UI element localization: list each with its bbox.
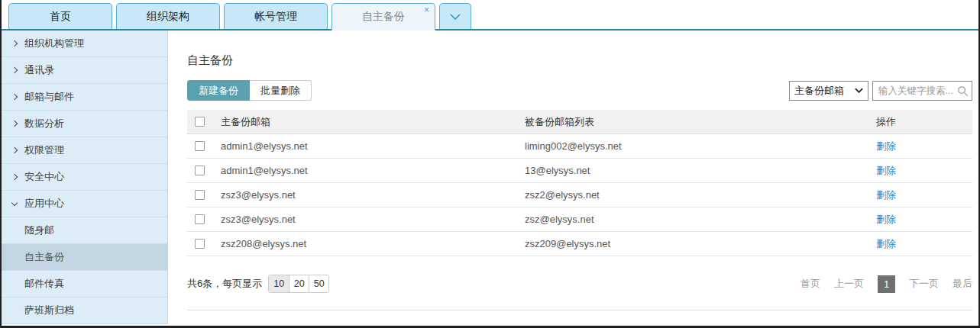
search-field-select-value: 主备份邮箱: [794, 84, 844, 98]
pagination: 共6条，每页显示 10 20 50 首页 上一页 1 下一页 最后: [187, 275, 972, 293]
prev-page-link[interactable]: 上一页: [834, 277, 864, 291]
search-field-select[interactable]: 主备份邮箱: [789, 81, 868, 101]
sidebar-item-org-management[interactable]: 组织机构管理: [2, 31, 167, 57]
primary-mailbox-cell: zsz3@elysys.net: [219, 214, 525, 225]
delete-link[interactable]: 删除: [876, 165, 896, 176]
sidebar-item-mail-fax[interactable]: 邮件传真: [2, 271, 167, 297]
toolbar: 新建备份 批量删除 主备份邮箱: [187, 80, 972, 101]
sidebar-item-mobile-mail[interactable]: 随身邮: [2, 217, 167, 244]
sidebar-item-label: 萨班斯归档: [24, 304, 74, 317]
sidebar-item-app-center[interactable]: 应用中心: [2, 191, 167, 217]
sidebar-item-label: 随身邮: [24, 223, 54, 237]
row-checkbox[interactable]: [195, 214, 205, 224]
batch-delete-button[interactable]: 批量删除: [250, 80, 312, 101]
row-checkbox[interactable]: [195, 190, 205, 200]
page-size-area: 共6条，每页显示 10 20 50: [187, 275, 329, 293]
primary-mailbox-cell: admin1@elysys.net: [219, 165, 525, 176]
sidebar-item-self-backup[interactable]: 自主备份: [2, 244, 167, 271]
sidebar-item-label: 应用中心: [24, 197, 64, 211]
table-header-row: 主备份邮箱 被备份邮箱列表 操作: [187, 110, 972, 134]
sidebar-item-label: 安全中心: [24, 170, 64, 184]
table-row: admin1@elysys.net 13@elysys.net 删除: [187, 159, 972, 183]
sidebar-item-data-analysis[interactable]: 数据分析: [2, 111, 167, 137]
sidebar-item-sox-archive[interactable]: 萨班斯归档: [2, 297, 167, 324]
tab-account-management[interactable]: 帐号管理: [224, 3, 328, 29]
sidebar-item-label: 数据分析: [24, 117, 64, 130]
page-title: 自主备份: [187, 53, 972, 68]
header-backed-mailbox-list: 被备份邮箱列表: [525, 115, 876, 129]
delete-link[interactable]: 删除: [876, 189, 896, 201]
backed-mailbox-cell: zsz2@elysys.net: [525, 189, 876, 201]
tab-org-structure[interactable]: 组织架构: [116, 3, 220, 29]
page-size-50[interactable]: 50: [309, 275, 328, 292]
top-tab-bar: 首页 组织架构 帐号管理 自主备份 ×: [2, 0, 978, 31]
record-count-summary: 共6条，每页显示: [187, 277, 262, 291]
filter-controls: 主备份邮箱: [789, 81, 972, 101]
chevron-down-icon: [855, 88, 863, 93]
tab-self-backup[interactable]: 自主备份 ×: [332, 3, 435, 31]
sidebar-item-permissions[interactable]: 权限管理: [2, 137, 167, 164]
delete-link[interactable]: 删除: [876, 214, 896, 225]
backed-mailbox-cell: zsz@elysys.net: [525, 214, 876, 225]
primary-mailbox-cell: zsz3@elysys.net: [219, 189, 525, 201]
select-all-checkbox[interactable]: [195, 117, 205, 127]
chevron-right-icon: [12, 95, 24, 99]
toolbar-button-group: 新建备份 批量删除: [187, 80, 312, 101]
header-action: 操作: [876, 115, 972, 129]
app-window: 首页 组织架构 帐号管理 自主备份 × 组织机构管理 通讯录 邮箱与: [0, 0, 980, 328]
section-divider: [187, 310, 972, 310]
sidebar-item-label: 邮件传真: [24, 277, 64, 291]
tab-account-management-label: 帐号管理: [254, 10, 297, 24]
new-backup-button[interactable]: 新建备份: [187, 80, 250, 101]
last-page-link[interactable]: 最后: [953, 277, 972, 291]
tab-org-structure-label: 组织架构: [147, 10, 189, 24]
page-size-group: 10 20 50: [268, 275, 329, 293]
row-checkbox[interactable]: [195, 141, 205, 151]
primary-mailbox-cell: admin1@elysys.net: [219, 140, 525, 152]
table-row: zsz3@elysys.net zsz@elysys.net 删除: [187, 207, 972, 232]
chevron-down-icon: [450, 14, 461, 20]
tab-overflow-button[interactable]: [439, 3, 471, 29]
backed-mailbox-cell: zsz209@elysys.net: [525, 238, 876, 249]
page-size-10[interactable]: 10: [269, 275, 289, 292]
backup-table: 主备份邮箱 被备份邮箱列表 操作 admin1@elysys.net limin…: [187, 110, 972, 256]
backed-mailbox-cell: 13@elysys.net: [525, 165, 876, 176]
backed-mailbox-cell: liming002@elysys.net: [525, 140, 876, 152]
sidebar-nav: 组织机构管理 通讯录 邮箱与邮件 数据分析 权限管理 安全中心 应用中心 随身邮: [2, 31, 168, 324]
sidebar-item-label: 权限管理: [24, 143, 64, 157]
header-checkbox-cell: [187, 117, 219, 127]
first-page-link[interactable]: 首页: [800, 277, 820, 291]
table-row: zsz208@elysys.net zsz209@elysys.net 删除: [187, 232, 972, 256]
table-row: admin1@elysys.net liming002@elysys.net 删…: [187, 134, 972, 159]
sidebar-item-label: 通讯录: [24, 63, 54, 77]
footer-note: 说明:: [187, 323, 972, 324]
chevron-right-icon: [12, 175, 24, 179]
row-checkbox[interactable]: [195, 166, 205, 175]
page-nav: 首页 上一页 1 下一页 最后: [787, 275, 972, 293]
search-icon[interactable]: [957, 85, 969, 97]
chevron-right-icon: [12, 148, 24, 153]
tab-home[interactable]: 首页: [8, 3, 112, 29]
tab-self-backup-label: 自主备份: [362, 10, 405, 24]
sidebar-item-security-center[interactable]: 安全中心: [2, 164, 167, 191]
sidebar-item-label: 邮箱与邮件: [24, 90, 74, 104]
sidebar-item-contacts[interactable]: 通讯录: [2, 57, 167, 84]
row-checkbox[interactable]: [195, 239, 205, 249]
next-page-link[interactable]: 下一页: [909, 277, 939, 291]
search-box: [872, 81, 972, 101]
sidebar-item-mailbox-mail[interactable]: 邮箱与邮件: [2, 84, 167, 111]
chevron-down-icon: [12, 203, 24, 205]
page-size-20[interactable]: 20: [289, 275, 309, 292]
sidebar-item-label: 自主备份: [24, 250, 64, 264]
delete-link[interactable]: 删除: [876, 140, 896, 152]
chevron-right-icon: [12, 121, 24, 126]
tab-home-label: 首页: [50, 10, 71, 24]
delete-link[interactable]: 删除: [876, 238, 896, 249]
sidebar-item-label: 组织机构管理: [24, 37, 84, 50]
current-page[interactable]: 1: [878, 275, 895, 293]
table-row: zsz3@elysys.net zsz2@elysys.net 删除: [187, 183, 972, 207]
primary-mailbox-cell: zsz208@elysys.net: [219, 238, 525, 249]
chevron-right-icon: [12, 68, 24, 72]
header-primary-mailbox: 主备份邮箱: [219, 115, 525, 129]
close-icon[interactable]: ×: [424, 6, 429, 14]
